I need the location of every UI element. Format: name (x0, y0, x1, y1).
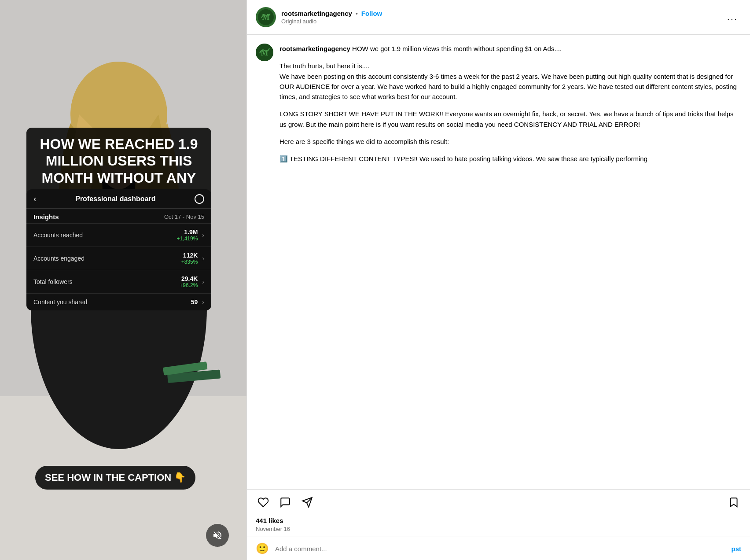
dashboard-row: Accounts reached 1.9M +1,419% › (26, 223, 211, 247)
bottom-overlay: SEE HOW IN THE CAPTION 👇 (35, 466, 195, 490)
mute-button[interactable] (206, 524, 229, 547)
chevron-icon: › (202, 255, 204, 262)
heart-icon (257, 497, 269, 508)
dot-separator: • (356, 10, 358, 17)
settings-icon (195, 194, 204, 204)
caption-area: M rootsmarketingagency HOW we got 1.9 mi… (247, 35, 750, 489)
caption-body-3: Here are 3 specific things we did to acc… (279, 138, 449, 145)
likes-count[interactable]: 441 likes (256, 517, 741, 524)
caption-body-4: 1️⃣ TESTING DIFFERENT CONTENT TYPES!! We… (279, 155, 647, 162)
audio-label: Original audio (281, 18, 724, 25)
back-arrow-icon: ‹ (33, 194, 37, 204)
emoji-button[interactable]: 🙂 (256, 542, 269, 555)
caption-block: M rootsmarketingagency HOW we got 1.9 mi… (256, 44, 741, 164)
bookmark-icon (728, 497, 739, 508)
dashboard-row: Content you shared 59 › (26, 293, 211, 310)
comment-icon (279, 497, 291, 508)
caption-avatar[interactable]: M (256, 44, 273, 61)
more-options-button[interactable]: ... (724, 10, 741, 25)
chevron-icon: › (202, 298, 204, 306)
mute-icon (212, 530, 223, 541)
caption-username[interactable]: rootsmarketingagency (279, 45, 350, 52)
video-panel: HOW WE REACHED 1.9 MILLION USERS THIS MO… (0, 0, 246, 560)
bookmark-button[interactable] (726, 495, 741, 510)
like-button[interactable] (256, 495, 271, 510)
comment-input-row: 🙂 pst (247, 537, 750, 560)
chevron-icon: › (202, 278, 204, 285)
post-header: M rootsmarketingagency • Follow Original… (247, 0, 750, 35)
caption-body-1: The truth hurts, but here it is.... We h… (279, 62, 737, 100)
svg-text:M: M (262, 13, 270, 22)
username-link[interactable]: rootsmarketingagency (281, 10, 352, 17)
caption-body-2: LONG STORY SHORT WE HAVE PUT IN THE WORK… (279, 110, 734, 128)
post-date: November 16 (256, 526, 741, 532)
caption-intro: HOW we got 1.9 million views this month … (350, 45, 562, 52)
share-button[interactable] (300, 495, 315, 510)
caption-text: rootsmarketingagency HOW we got 1.9 mill… (279, 44, 741, 164)
post-comment-button[interactable]: pst (732, 545, 742, 553)
follow-button[interactable]: Follow (361, 10, 382, 17)
likes-date-section: 441 likes November 16 (247, 515, 750, 537)
comment-input[interactable] (275, 545, 726, 553)
share-icon (301, 497, 313, 508)
comment-button[interactable] (278, 495, 293, 510)
avatar-logo: M (258, 9, 274, 25)
actions-bar (247, 489, 750, 515)
dashboard-row: Accounts engaged 112K +835% › (26, 247, 211, 270)
dashboard-row: Total followers 29.4K +96.2% › (26, 270, 211, 293)
dashboard-overlay: ‹ Professional dashboard Insights Oct 17… (26, 189, 211, 310)
caption-avatar-logo: M (256, 44, 273, 61)
right-panel: M rootsmarketingagency • Follow Original… (246, 0, 750, 560)
chevron-icon: › (202, 232, 204, 239)
header-info: rootsmarketingagency • Follow Original a… (281, 10, 724, 25)
avatar[interactable]: M (256, 7, 276, 27)
